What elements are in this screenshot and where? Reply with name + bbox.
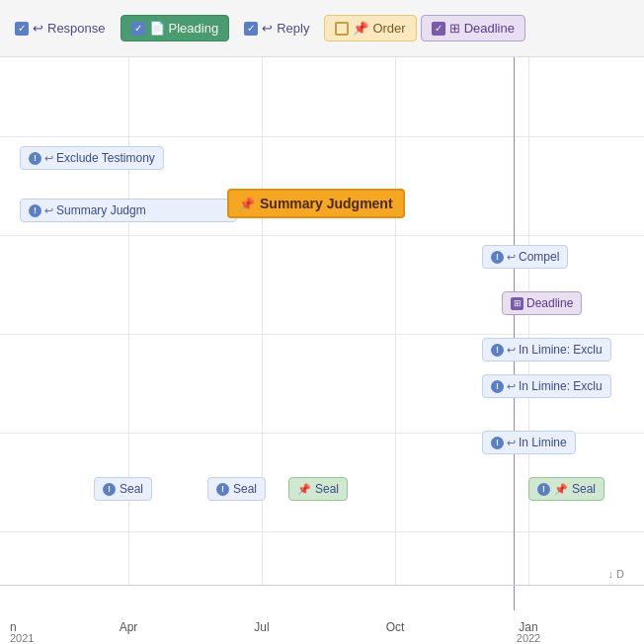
timeline-item-in-limine-exclu-2[interactable]: ! ↩ In Limine: Exclu: [482, 374, 611, 398]
deadline-box-icon: ⊞: [511, 297, 523, 310]
pleading-label: Pleading: [169, 21, 219, 36]
pleading-icon: 📄: [149, 21, 165, 36]
compel-label: Compel: [519, 250, 559, 264]
seal-label-3: Seal: [315, 482, 339, 496]
seal-item-2[interactable]: ! Seal: [207, 477, 266, 501]
timeline-item-in-limine-exclu-1[interactable]: ! ↩ In Limine: Exclu: [482, 338, 611, 362]
timeline-item-in-limine[interactable]: ! ↩ In Limine: [482, 431, 576, 454]
order-checkbox[interactable]: [335, 22, 349, 36]
reply-checkbox[interactable]: [244, 22, 258, 36]
seal-label-1: Seal: [120, 482, 143, 496]
response-label: Response: [47, 21, 106, 36]
hgrid-5: [0, 531, 644, 532]
pleading-checkbox[interactable]: [131, 22, 145, 36]
timeline-axis: n 2021 Apr Jul Oct Jan 2022: [0, 585, 644, 644]
excl-icon-6: !: [491, 437, 504, 449]
axis-year-2022: 2022: [517, 632, 540, 644]
order-label: Order: [372, 21, 405, 36]
toolbar-item-response[interactable]: ↩ Response: [4, 15, 117, 41]
seal-icon-1: !: [103, 483, 116, 496]
order-icon: 📌: [353, 21, 368, 36]
summary-judgment-popup[interactable]: 📌 Summary Judgment: [227, 189, 405, 218]
response-checkbox[interactable]: [15, 22, 29, 36]
seal-item-4[interactable]: ! 📌 Seal: [528, 477, 604, 501]
scroll-arrow-down: ↓ D: [608, 568, 625, 580]
seal-pin-icon-3: 📌: [297, 483, 311, 496]
back-arrow-icon: ↩: [44, 152, 53, 165]
reply-icon: ↩: [262, 21, 273, 36]
axis-label-jul: Jul: [254, 620, 269, 634]
summary-judgment-popup-label: Summary Judgment: [260, 196, 393, 211]
hgrid-3: [0, 334, 644, 335]
deadline-checkbox[interactable]: [432, 22, 445, 36]
seal-icon-2: !: [216, 483, 229, 496]
back-arrow-icon-4: ↩: [507, 344, 516, 357]
excl-icon: !: [29, 152, 41, 165]
excl-icon-3: !: [491, 251, 504, 264]
seal-label-4: Seal: [572, 482, 596, 496]
timeline-item-exclude-testimony[interactable]: ! ↩ Exclude Testimony: [20, 146, 164, 170]
toolbar-item-order[interactable]: 📌 Order: [324, 15, 416, 41]
hgrid-2: [0, 235, 644, 236]
seal-icon-4: !: [537, 483, 550, 496]
back-arrow-icon-3: ↩: [507, 251, 516, 264]
in-limine-exclu-2-label: In Limine: Exclu: [519, 379, 603, 393]
hgrid-1: [0, 136, 644, 137]
back-arrow-icon-5: ↩: [507, 380, 516, 393]
deadline-timeline-label: Deadline: [526, 296, 573, 310]
exclude-testimony-label: Exclude Testimony: [56, 151, 155, 165]
timeline-item-deadline[interactable]: ⊞ Deadline: [502, 291, 582, 315]
timeline-area: ! ↩ Exclude Testimony ! ↩ Summary Judgm …: [0, 57, 644, 644]
summary-judgment-bar-label: Summary Judgm: [56, 203, 146, 217]
timeline-item-compel[interactable]: ! ↩ Compel: [482, 245, 568, 269]
deadline-icon: ⊞: [449, 21, 460, 36]
deadline-label: Deadline: [464, 21, 515, 36]
timeline-item-summary-judgment-bar[interactable]: ! ↩ Summary Judgm: [20, 199, 237, 222]
back-arrow-icon-6: ↩: [507, 437, 516, 449]
axis-label-apr: Apr: [120, 620, 138, 634]
seal-label-2: Seal: [233, 482, 257, 496]
axis-year-2021: 2021: [10, 632, 34, 644]
back-arrow-icon-2: ↩: [44, 204, 53, 217]
seal-item-1[interactable]: ! Seal: [94, 477, 152, 501]
seal-item-3[interactable]: 📌 Seal: [288, 477, 348, 501]
timeline-current-line: [514, 57, 515, 610]
seal-pin-icon-4: 📌: [554, 483, 568, 496]
reply-label: Reply: [277, 21, 309, 36]
in-limine-exclu-1-label: In Limine: Exclu: [519, 343, 603, 357]
toolbar-item-deadline[interactable]: ⊞ Deadline: [421, 15, 525, 41]
excl-icon-2: !: [29, 204, 41, 217]
pin-icon: 📌: [239, 197, 255, 211]
in-limine-label: In Limine: [519, 436, 567, 449]
excl-icon-5: !: [491, 380, 504, 393]
scroll-indicator: ↓ D: [608, 568, 625, 580]
toolbar-item-pleading[interactable]: 📄 Pleading: [121, 15, 230, 41]
excl-icon-4: !: [491, 344, 504, 357]
toolbar-item-reply[interactable]: ↩ Reply: [233, 15, 320, 41]
response-icon: ↩: [33, 21, 43, 36]
axis-label-oct: Oct: [386, 620, 405, 634]
toolbar: ↩ Response 📄 Pleading ↩ Reply 📌 Order ⊞ …: [0, 0, 644, 57]
